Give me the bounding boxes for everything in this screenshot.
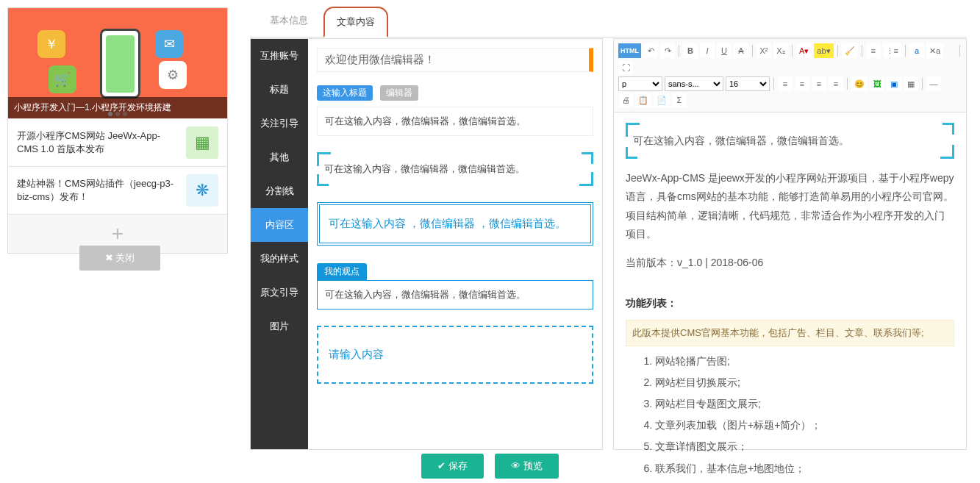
special-char-button[interactable]: Σ — [672, 93, 687, 107]
rich-text-editor: HTML ↶ ↷ B I U A X² X₂ A▾ ab▾ 🧹 ≡ ⋮≡ — [613, 38, 967, 450]
bracket-text: 可在这输入内容，微信编辑器，微信编辑首选。 — [633, 135, 849, 146]
hr-button[interactable]: — — [926, 76, 941, 91]
plain-box-template[interactable]: 可在这输入内容，微信编辑器，微信编辑首选。 — [317, 107, 593, 136]
copy-button[interactable]: 📋 — [635, 93, 651, 107]
align-center-button[interactable]: ≡ — [795, 76, 809, 91]
menu-item[interactable]: 互推账号 — [251, 39, 308, 73]
print-button[interactable]: 🖨 — [618, 93, 633, 107]
superscript-button[interactable]: X² — [757, 43, 771, 58]
gear-icon: ⚙ — [159, 61, 187, 89]
article-title: 开源小程序CMS网站 JeeWx-App-CMS 1.0 首版本发布 — [17, 129, 180, 156]
fullscreen-button[interactable]: ⛶ — [618, 60, 633, 75]
image-button[interactable]: 🖼 — [870, 76, 884, 91]
font-family-select[interactable]: sans-s... — [665, 76, 723, 91]
action-bar: ✔ 保存 👁 预览 — [0, 454, 980, 479]
tag-title[interactable]: 这输入标题 — [317, 85, 373, 101]
ordered-list-button[interactable]: ≡ — [866, 43, 881, 58]
tag-editor[interactable]: 编辑器 — [380, 85, 418, 101]
close-button[interactable]: ✖ 关闭 — [79, 246, 160, 271]
cart-icon: 🛒 — [49, 65, 76, 93]
subscript-button[interactable]: X₂ — [773, 43, 788, 58]
template-category-menu: 互推账号 标题 关注引导 其他 分割线 内容区 我的样式 原文引导 图片 — [251, 39, 308, 449]
my-point-template[interactable]: 我的观点 可在这输入内容，微信编辑器，微信编辑首选。 — [317, 263, 593, 310]
tab-content[interactable]: 文章内容 — [323, 7, 388, 37]
chat-icon: ✉ — [155, 30, 183, 58]
double-border-template[interactable]: 可在这输入内容 ，微信编辑器 ，微信编辑首选。 — [317, 202, 593, 246]
highlight-button[interactable]: ab▾ — [814, 43, 833, 58]
menu-item[interactable]: 我的样式 — [251, 242, 308, 276]
menu-item[interactable]: 图片 — [251, 310, 308, 343]
feature-banner: 此版本提供CMS官网基本功能，包括广告、栏目、文章、联系我们等; — [626, 320, 954, 346]
menu-item[interactable]: 标题 — [251, 73, 308, 107]
feature-item: 网站轮播广告图; — [655, 352, 954, 371]
save-button[interactable]: ✔ 保存 — [421, 454, 484, 479]
template-panel: 互推账号 标题 关注引导 其他 分割线 内容区 我的样式 原文引导 图片 欢迎使… — [250, 38, 603, 450]
text-color-button[interactable]: A▾ — [796, 43, 812, 58]
article-list-item[interactable]: 开源小程序CMS网站 JeeWx-App-CMS 1.0 首版本发布 ▦ — [8, 118, 227, 166]
paste-button[interactable]: 📄 — [654, 93, 670, 107]
feature-item: 网站栏目专题图文展示; — [655, 395, 954, 413]
align-justify-button[interactable]: ≡ — [829, 76, 843, 91]
my-point-label: 我的观点 — [317, 263, 367, 280]
content-bracket-block: 可在这输入内容，微信编辑器，微信编辑首选。 — [626, 123, 954, 159]
tab-bar: 基本信息 文章内容 — [250, 6, 967, 37]
feature-item: 文章列表加载（图片+标题+简介）； — [655, 416, 954, 434]
article-list-item[interactable]: 建站神器！CMS网站插件（jeecg-p3-biz-cms）发布！ ❋ — [8, 166, 227, 214]
menu-item[interactable]: 关注引导 — [251, 107, 308, 140]
align-right-button[interactable]: ≡ — [812, 76, 826, 91]
align-left-button[interactable]: ≡ — [778, 76, 793, 91]
bracket-template[interactable]: 可在这输入内容，微信编辑器，微信编辑首选。 — [317, 152, 593, 186]
emoji-button[interactable]: 😊 — [851, 76, 868, 91]
hero-card[interactable]: ￥ ✉ 🛒 ⚙ 小程序开发入门—1.小程序开发环境搭建 — [8, 8, 227, 118]
template-list: 欢迎使用微信编辑器！ 这输入标题 编辑器 可在这输入内容，微信编辑器，微信编辑首… — [308, 39, 602, 449]
paragraph-select[interactable]: p — [618, 76, 662, 91]
hero-caption: 小程序开发入门—1.小程序开发环境搭建 — [8, 97, 227, 118]
feature-item: 网站栏目切换展示; — [655, 373, 954, 392]
menu-item[interactable]: 分割线 — [251, 174, 308, 208]
redo-button[interactable]: ↷ — [660, 43, 675, 58]
dashed-template[interactable]: 请输入内容 — [317, 326, 593, 384]
article-title: 建站神器！CMS网站插件（jeecg-p3-biz-cms）发布！ — [17, 177, 180, 204]
strike-button[interactable]: A — [734, 43, 748, 58]
undo-button[interactable]: ↶ — [643, 43, 658, 58]
phone-illustration — [100, 29, 140, 99]
media-button[interactable]: ▣ — [887, 76, 901, 91]
section-title: 功能列表： — [626, 294, 954, 312]
unordered-list-button[interactable]: ⋮≡ — [883, 43, 901, 58]
rte-content[interactable]: 可在这输入内容，微信编辑器，微信编辑首选。 JeeWx-App-CMS 是jee… — [614, 112, 966, 482]
money-icon: ￥ — [37, 30, 65, 58]
bracket-text: 可在这输入内容，微信编辑器，微信编辑首选。 — [324, 163, 525, 174]
tag-row: 这输入标题 编辑器 — [317, 85, 593, 101]
menu-item[interactable]: 其他 — [251, 140, 308, 174]
menu-item-active[interactable]: 内容区 — [251, 208, 308, 242]
article-list-panel: ￥ ✉ 🛒 ⚙ 小程序开发入门—1.小程序开发环境搭建 开源小程序CMS网站 J… — [7, 7, 228, 254]
my-point-body: 可在这输入内容，微信编辑器，微信编辑首选。 — [317, 280, 593, 310]
menu-item[interactable]: 原文引导 — [251, 276, 308, 310]
thumb-icon: ❋ — [186, 174, 218, 207]
content-version: 当前版本：v_1.0 | 2018-06-06 — [626, 254, 954, 272]
content-paragraph: JeeWx-App-CMS 是jeewx开发的小程序网站开源项目，基于小程序we… — [626, 169, 954, 243]
thumb-icon: ▦ — [186, 126, 218, 159]
rte-toolbar: HTML ↶ ↷ B I U A X² X₂ A▾ ab▾ 🧹 ≡ ⋮≡ — [614, 39, 966, 112]
clear-format-button[interactable]: 🧹 — [842, 43, 858, 58]
table-button[interactable]: ▦ — [904, 76, 918, 91]
preview-button[interactable]: 👁 预览 — [495, 454, 559, 479]
tab-basic-info[interactable]: 基本信息 — [257, 6, 321, 37]
bold-button[interactable]: B — [683, 43, 698, 58]
unlink-button[interactable]: ✕a — [926, 43, 943, 58]
welcome-template[interactable]: 欢迎使用微信编辑器！ — [317, 48, 593, 72]
html-source-button[interactable]: HTML — [618, 43, 641, 58]
font-size-select[interactable]: 16 — [726, 76, 770, 91]
underline-button[interactable]: U — [717, 43, 732, 58]
link-button[interactable]: a — [909, 43, 924, 58]
italic-button[interactable]: I — [700, 43, 715, 58]
